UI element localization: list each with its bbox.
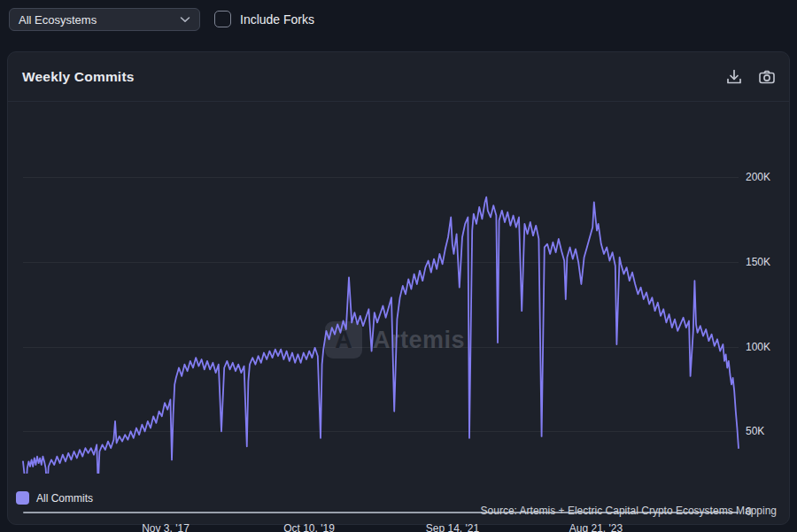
download-icon[interactable]	[724, 67, 744, 87]
include-forks-checkbox[interactable]	[214, 11, 231, 27]
source-attribution: Source: Artemis + Electric Capital Crypt…	[481, 505, 777, 517]
legend-item-all-commits[interactable]: All Commits	[16, 491, 93, 505]
card-title: Weekly Commits	[22, 69, 135, 85]
y-tick-label: 150K	[746, 256, 785, 268]
camera-icon[interactable]	[757, 67, 777, 87]
x-tick-label: Sep 14, '21	[426, 522, 479, 532]
legend-label: All Commits	[36, 492, 93, 505]
include-forks-control: Include Forks	[214, 11, 314, 27]
x-tick-label: Nov 3, '17	[142, 522, 190, 532]
chart-plot-area[interactable]: A Artemis 200K 150K 100K 50K 0 Nov 3, '1…	[8, 102, 791, 474]
x-tick-label: Oct 10, '19	[283, 522, 335, 532]
ecosystem-dropdown[interactable]: All Ecosystems	[9, 8, 200, 31]
top-toolbar: All Ecosystems Include Forks	[0, 0, 797, 42]
artemis-weekly-commits-page: All Ecosystems Include Forks Weekly Comm…	[0, 0, 797, 532]
legend-swatch	[16, 491, 29, 505]
include-forks-label: Include Forks	[240, 12, 314, 27]
commits-line	[23, 197, 739, 474]
card-header: Weekly Commits	[8, 52, 789, 102]
weekly-commits-card: Weekly Commits	[7, 51, 790, 525]
card-header-actions	[724, 67, 777, 87]
y-tick-label: 100K	[746, 341, 785, 353]
ecosystem-dropdown-value: All Ecosystems	[19, 13, 180, 27]
commits-line-svg	[8, 102, 791, 474]
y-tick-label: 200K	[746, 171, 785, 183]
chevron-down-icon	[180, 15, 190, 25]
x-tick-label: Aug 21, '23	[569, 522, 623, 532]
y-tick-label: 50K	[746, 425, 785, 437]
